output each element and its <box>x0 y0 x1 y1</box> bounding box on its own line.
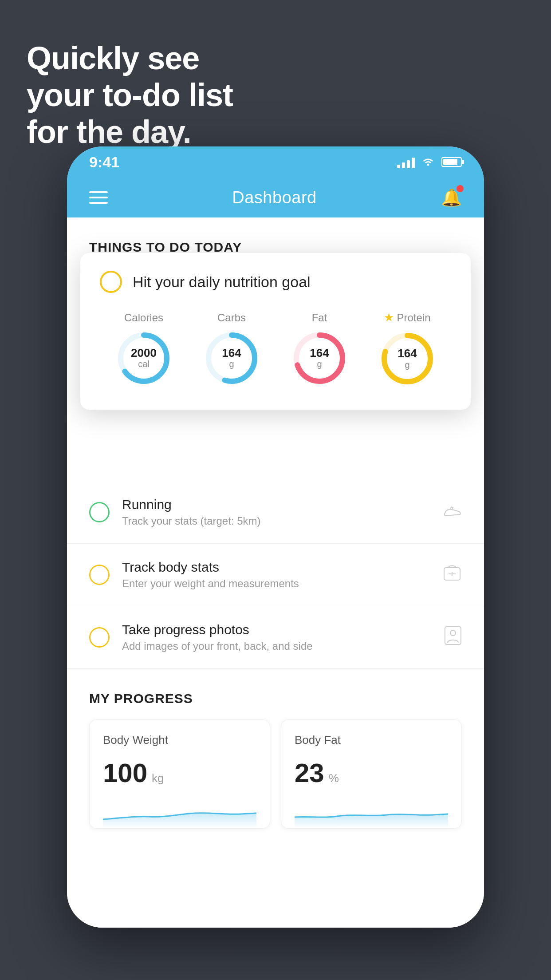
headline-line1: Quickly see <box>27 40 233 77</box>
todo-item-body-stats[interactable]: Track body stats Enter your weight and m… <box>67 544 484 606</box>
body-fat-unit: % <box>329 771 339 785</box>
macro-carbs-label: Carbs <box>217 312 246 324</box>
svg-point-12 <box>450 630 456 636</box>
wifi-icon <box>421 155 435 169</box>
macro-calories: Calories 2000 cal <box>115 312 173 387</box>
headline-line3: for the day. <box>27 114 233 150</box>
nav-title: Dashboard <box>232 188 316 207</box>
running-checkbox[interactable] <box>89 502 110 522</box>
calories-value: 2000 <box>131 347 157 360</box>
fat-donut: 164 g <box>291 329 348 387</box>
status-icons <box>397 155 462 169</box>
status-time: 9:41 <box>89 154 119 171</box>
protein-donut: 164 g <box>378 330 436 387</box>
card-title-row: Hit your daily nutrition goal <box>100 271 451 293</box>
body-weight-number: 100 <box>103 758 147 788</box>
progress-cards: Body Weight 100 kg <box>89 719 462 829</box>
macro-protein-label: ★ Protein <box>384 311 430 324</box>
calories-donut: 2000 cal <box>115 329 173 387</box>
running-title: Running <box>122 497 442 512</box>
protein-value: 164 <box>398 347 417 360</box>
body-fat-card[interactable]: Body Fat 23 % <box>281 719 462 829</box>
todo-list: Running Track your stats (target: 5km) T… <box>67 481 484 669</box>
calories-unit: cal <box>131 359 157 369</box>
body-fat-number: 23 <box>295 758 324 788</box>
star-icon: ★ <box>384 311 394 324</box>
carbs-donut: 164 g <box>203 329 260 387</box>
protein-unit: g <box>398 360 417 370</box>
battery-icon <box>441 157 462 167</box>
nav-bar: Dashboard 🔔 <box>67 178 484 217</box>
macro-fat-label: Fat <box>312 312 327 324</box>
body-weight-unit: kg <box>152 771 164 785</box>
carbs-value: 164 <box>222 347 241 360</box>
progress-title: MY PROGRESS <box>89 691 462 706</box>
signal-icon <box>397 156 415 168</box>
fat-unit: g <box>310 359 329 369</box>
menu-icon[interactable] <box>89 191 108 204</box>
todo-item-photos[interactable]: Take progress photos Add images of your … <box>67 606 484 669</box>
body-fat-card-title: Body Fat <box>295 733 448 747</box>
fat-value: 164 <box>310 347 329 360</box>
notification-bell-icon[interactable]: 🔔 <box>441 188 462 207</box>
headline-line2: your to-do list <box>27 77 233 114</box>
progress-section: MY PROGRESS Body Weight 100 kg <box>67 669 484 842</box>
shoe-icon <box>442 502 462 522</box>
body-weight-value-row: 100 kg <box>103 758 256 788</box>
carbs-unit: g <box>222 359 241 369</box>
body-stats-subtitle: Enter your weight and measurements <box>122 577 442 590</box>
headline: Quickly see your to-do list for the day. <box>27 40 233 150</box>
photos-title: Take progress photos <box>122 622 444 637</box>
phone-frame: 9:41 Dashboard 🔔 <box>67 146 484 928</box>
macro-fat: Fat 164 g <box>291 312 348 387</box>
person-icon <box>444 626 462 649</box>
running-subtitle: Track your stats (target: 5km) <box>122 515 442 527</box>
macro-carbs: Carbs 164 g <box>203 312 260 387</box>
body-stats-title: Track body stats <box>122 560 442 575</box>
todo-item-running[interactable]: Running Track your stats (target: 5km) <box>67 481 484 544</box>
notification-dot <box>457 185 464 192</box>
nutrition-card: Hit your daily nutrition goal Calories 2… <box>80 253 471 410</box>
body-fat-chart <box>295 797 448 828</box>
phone-content: THINGS TO DO TODAY Hit your daily nutrit… <box>67 217 484 928</box>
body-stats-checkbox[interactable] <box>89 565 110 585</box>
nutrition-checkbox[interactable] <box>100 271 122 293</box>
status-bar: 9:41 <box>67 146 484 178</box>
macro-calories-label: Calories <box>124 312 163 324</box>
body-weight-card-title: Body Weight <box>103 733 256 747</box>
body-weight-card[interactable]: Body Weight 100 kg <box>89 719 270 829</box>
macro-protein: ★ Protein 164 g <box>378 311 436 387</box>
macros-row: Calories 2000 cal Carbs <box>100 311 451 387</box>
scale-icon <box>442 563 462 587</box>
body-weight-chart <box>103 797 256 828</box>
photos-subtitle: Add images of your front, back, and side <box>122 640 444 652</box>
photos-checkbox[interactable] <box>89 627 110 648</box>
body-fat-value-row: 23 % <box>295 758 448 788</box>
nutrition-card-title: Hit your daily nutrition goal <box>133 273 311 291</box>
